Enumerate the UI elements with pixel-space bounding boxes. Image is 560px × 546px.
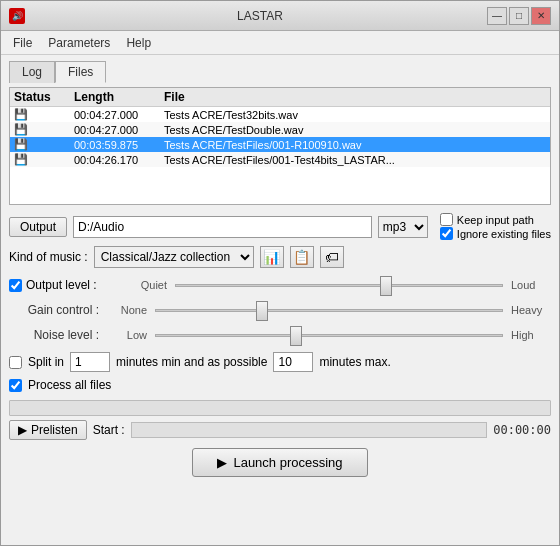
file-length: 00:04:27.000 [74, 109, 164, 121]
gain-slider-container [155, 299, 503, 321]
launch-icon: ▶ [217, 455, 227, 470]
kind-of-music-row: Kind of music : Classical/Jazz collectio… [9, 246, 551, 268]
menu-file[interactable]: File [5, 34, 40, 52]
file-length: 00:04:26.170 [74, 154, 164, 166]
output-options: Keep input path Ignore existing files [440, 213, 551, 240]
file-length: 00:03:59.875 [74, 139, 164, 151]
keep-input-path-checkbox[interactable] [440, 213, 453, 226]
time-display: 00:00:00 [493, 423, 551, 437]
main-progress-bar [9, 400, 551, 416]
header-length: Length [74, 90, 164, 104]
keep-input-path-row: Keep input path [440, 213, 551, 226]
table-row[interactable]: 💾 00:04:26.170 Tests ACRE/TestFiles/001-… [10, 152, 550, 167]
app-icon: 🔊 [9, 8, 25, 24]
kind-chart-button[interactable]: 📊 [260, 246, 284, 268]
file-name: Tests ACRE/TestDouble.wav [164, 124, 546, 136]
output-level-checkbox[interactable] [9, 279, 22, 292]
menu-bar: File Parameters Help [1, 31, 559, 55]
noise-level-row: Noise level : Low High [9, 324, 551, 346]
output-level-row: Output level : Quiet Loud [9, 274, 551, 296]
split-min-input[interactable] [70, 352, 110, 372]
progress-section: ▶ Prelisten Start : 00:00:00 [9, 400, 551, 440]
file-name: Tests ACRE/Test32bits.wav [164, 109, 546, 121]
launch-label: Launch processing [233, 455, 342, 470]
output-button[interactable]: Output [9, 217, 67, 237]
tab-files[interactable]: Files [55, 61, 106, 83]
file-name: Tests ACRE/TestFiles/001-R100910.wav [164, 139, 546, 151]
ignore-existing-row: Ignore existing files [440, 227, 551, 240]
file-icon: 💾 [14, 123, 74, 136]
header-status: Status [14, 90, 74, 104]
header-file: File [164, 90, 546, 104]
noise-level-label: Noise level : [9, 328, 99, 342]
kind-of-music-label: Kind of music : [9, 250, 88, 264]
launch-processing-button[interactable]: ▶ Launch processing [192, 448, 367, 477]
gain-control-label: Gain control : [9, 303, 99, 317]
noise-slider-container [155, 324, 503, 346]
noise-left: Low [107, 329, 147, 341]
output-path-input[interactable] [73, 216, 372, 238]
ignore-existing-label: Ignore existing files [457, 228, 551, 240]
tab-bar: Log Files [9, 61, 551, 83]
process-all-checkbox[interactable] [9, 379, 22, 392]
process-all-row: Process all files [9, 378, 551, 392]
gain-control-row: Gain control : None Heavy [9, 299, 551, 321]
start-label: Start : [93, 423, 125, 437]
split-max-input[interactable] [273, 352, 313, 372]
output-row: Output mp3 wav ogg Keep input path Ignor… [9, 213, 551, 240]
process-all-label: Process all files [28, 378, 111, 392]
start-progress-bar [131, 422, 488, 438]
kind-of-music-select[interactable]: Classical/Jazz collection Rock Pop Elect… [94, 246, 254, 268]
slider-section: Output level : Quiet Loud Gain control :… [9, 274, 551, 346]
split-label: Split in [28, 355, 64, 369]
menu-help[interactable]: Help [118, 34, 159, 52]
ignore-existing-checkbox[interactable] [440, 227, 453, 240]
maximize-button[interactable]: □ [509, 7, 529, 25]
tab-log[interactable]: Log [9, 61, 55, 83]
main-content: Log Files Status Length File 💾 00:04:27.… [1, 55, 559, 545]
main-window: 🔊 LASTAR — □ ✕ File Parameters Help Log … [0, 0, 560, 546]
split-end-text: minutes max. [319, 355, 390, 369]
output-level-slider-container [175, 274, 503, 296]
gain-right: Heavy [511, 304, 551, 316]
start-row: ▶ Prelisten Start : 00:00:00 [9, 420, 551, 440]
format-select[interactable]: mp3 wav ogg [378, 216, 428, 238]
noise-level-slider[interactable] [155, 327, 503, 343]
title-bar: 🔊 LASTAR — □ ✕ [1, 1, 559, 31]
window-controls: — □ ✕ [487, 7, 551, 25]
split-checkbox[interactable] [9, 356, 22, 369]
kind-tag-button[interactable]: 🏷 [320, 246, 344, 268]
file-icon: 💾 [14, 108, 74, 121]
minimize-button[interactable]: — [487, 7, 507, 25]
file-list[interactable]: 💾 00:04:27.000 Tests ACRE/Test32bits.wav… [10, 107, 550, 201]
split-mid-text: minutes min and as possible [116, 355, 267, 369]
close-button[interactable]: ✕ [531, 7, 551, 25]
table-row[interactable]: 💾 00:03:59.875 Tests ACRE/TestFiles/001-… [10, 137, 550, 152]
table-row[interactable]: 💾 00:04:27.000 Tests ACRE/Test32bits.wav [10, 107, 550, 122]
file-panel: Status Length File 💾 00:04:27.000 Tests … [9, 87, 551, 205]
file-length: 00:04:27.000 [74, 124, 164, 136]
output-level-label: Output level : [26, 278, 97, 292]
output-level-slider[interactable] [175, 277, 503, 293]
kind-list-button[interactable]: 📋 [290, 246, 314, 268]
file-name: Tests ACRE/TestFiles/001-Test4bits_LASTA… [164, 154, 546, 166]
prelisten-icon: ▶ [18, 423, 27, 437]
split-row: Split in minutes min and as possible min… [9, 352, 551, 372]
keep-input-path-label: Keep input path [457, 214, 534, 226]
file-icon: 💾 [14, 153, 74, 166]
output-level-check-row: Output level : [9, 278, 119, 292]
prelisten-label: Prelisten [31, 423, 78, 437]
gain-left: None [107, 304, 147, 316]
output-level-left: Quiet [127, 279, 167, 291]
file-icon: 💾 [14, 138, 74, 151]
prelisten-button[interactable]: ▶ Prelisten [9, 420, 87, 440]
window-title: LASTAR [33, 9, 487, 23]
table-row[interactable]: 💾 00:04:27.000 Tests ACRE/TestDouble.wav [10, 122, 550, 137]
menu-parameters[interactable]: Parameters [40, 34, 118, 52]
noise-right: High [511, 329, 551, 341]
output-level-right: Loud [511, 279, 551, 291]
gain-control-slider[interactable] [155, 302, 503, 318]
file-list-header: Status Length File [10, 88, 550, 107]
